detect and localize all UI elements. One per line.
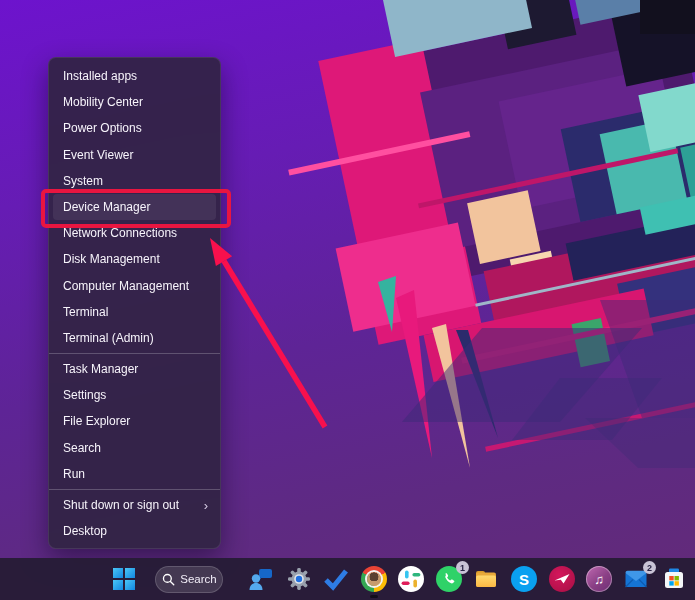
notification-badge: 1 bbox=[456, 561, 469, 574]
microsoft-store-button[interactable] bbox=[661, 566, 687, 592]
menu-item-disk-management[interactable]: Disk Management bbox=[49, 246, 220, 272]
taskbar: Search bbox=[0, 558, 695, 600]
menu-item-run[interactable]: Run bbox=[49, 461, 220, 487]
gear-icon bbox=[286, 566, 312, 592]
menu-item-desktop[interactable]: Desktop bbox=[49, 518, 220, 544]
store-bag-icon bbox=[661, 566, 687, 592]
menu-item-device-manager[interactable]: Device Manager bbox=[53, 194, 216, 220]
mail-button[interactable]: 2 bbox=[623, 566, 649, 592]
winx-context-menu: Installed apps Mobility Center Power Opt… bbox=[48, 57, 221, 549]
windows-logo-icon bbox=[111, 566, 137, 592]
music-glyph: ♫ bbox=[594, 572, 604, 587]
music-app-button[interactable]: ♫ bbox=[586, 566, 612, 592]
people-chat-icon bbox=[248, 566, 274, 592]
menu-item-terminal-admin[interactable]: Terminal (Admin) bbox=[49, 325, 220, 351]
menu-separator bbox=[49, 489, 220, 490]
skype-letter: S bbox=[519, 571, 529, 588]
menu-item-event-viewer[interactable]: Event Viewer bbox=[49, 142, 220, 168]
music-note-icon: ♫ bbox=[586, 566, 612, 592]
settings-button[interactable] bbox=[286, 566, 312, 592]
search-label: Search bbox=[180, 573, 216, 585]
folder-icon bbox=[473, 566, 499, 592]
red-mail-app-button[interactable] bbox=[549, 566, 575, 592]
menu-item-settings[interactable]: Settings bbox=[49, 382, 220, 408]
profile-avatar bbox=[367, 572, 381, 586]
menu-item-terminal[interactable]: Terminal bbox=[49, 299, 220, 325]
notification-badge: 2 bbox=[643, 561, 656, 574]
menu-item-power-options[interactable]: Power Options bbox=[49, 115, 220, 141]
people-chat-button[interactable] bbox=[248, 566, 274, 592]
menu-item-installed-apps[interactable]: Installed apps bbox=[49, 63, 220, 89]
chrome-icon bbox=[361, 566, 387, 592]
menu-separator bbox=[49, 353, 220, 354]
paper-plane-icon bbox=[549, 566, 575, 592]
menu-item-network-connections[interactable]: Network Connections bbox=[49, 220, 220, 246]
todo-button[interactable] bbox=[323, 566, 349, 592]
menu-item-file-explorer[interactable]: File Explorer bbox=[49, 408, 220, 434]
desktop: Installed apps Mobility Center Power Opt… bbox=[0, 0, 695, 600]
menu-item-task-manager[interactable]: Task Manager bbox=[49, 356, 220, 382]
shutdown-label: Shut down or sign out bbox=[63, 492, 179, 518]
search-icon bbox=[161, 572, 176, 587]
menu-item-mobility-center[interactable]: Mobility Center bbox=[49, 89, 220, 115]
skype-icon: S bbox=[511, 566, 537, 592]
running-indicator bbox=[370, 595, 378, 598]
menu-item-system[interactable]: System bbox=[49, 168, 220, 194]
slack-button[interactable] bbox=[398, 566, 424, 592]
menu-item-shutdown[interactable]: Shut down or sign out › bbox=[49, 492, 220, 518]
chrome-button[interactable] bbox=[361, 566, 387, 592]
menu-item-search[interactable]: Search bbox=[49, 435, 220, 461]
submenu-chevron-icon: › bbox=[204, 499, 208, 512]
checkmark-icon bbox=[323, 566, 349, 592]
start-button[interactable] bbox=[111, 566, 137, 592]
menu-item-computer-management[interactable]: Computer Management bbox=[49, 273, 220, 299]
whatsapp-button[interactable]: 1 bbox=[436, 566, 462, 592]
taskbar-search[interactable]: Search bbox=[155, 566, 223, 593]
slack-icon bbox=[398, 566, 424, 592]
skype-button[interactable]: S bbox=[511, 566, 537, 592]
file-explorer-button[interactable] bbox=[473, 566, 499, 592]
